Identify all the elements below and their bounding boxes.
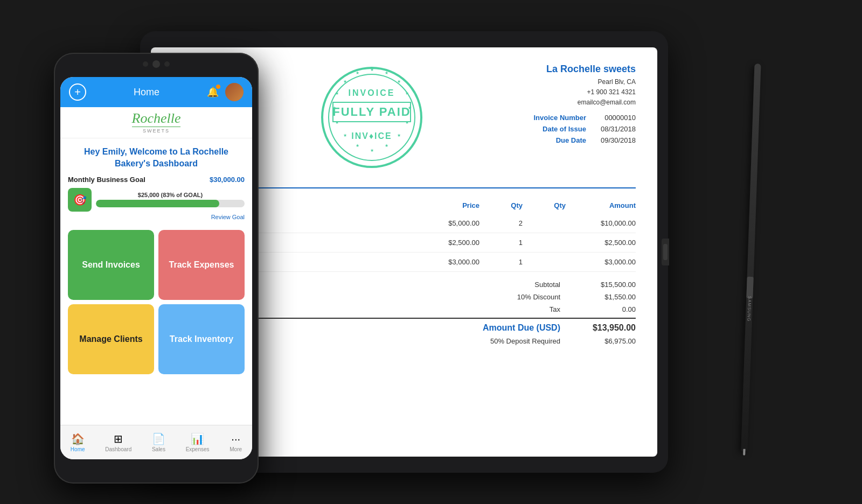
row2-price: $2,500.00	[409, 239, 479, 247]
company-address: Pearl Blv, CA	[517, 77, 636, 87]
amount-due-label: Amount Due (USD)	[474, 323, 560, 333]
avatar-image	[225, 83, 244, 101]
invoice-due-label: Due Date	[556, 136, 586, 144]
goal-bar-fill	[96, 200, 219, 207]
camera-dot-3	[164, 61, 170, 67]
review-goal-link[interactable]: Review Goal	[68, 214, 245, 220]
tax-value: 0.00	[571, 305, 636, 313]
svg-text:★: ★	[405, 91, 409, 96]
topbar-icons-right: 🔔	[207, 83, 244, 101]
home-label: Home	[134, 87, 159, 98]
goal-bar-background	[96, 200, 245, 207]
discount-value: $1,550.00	[571, 293, 636, 301]
svg-text:★: ★	[335, 91, 339, 96]
col-qty2-header: Qty	[523, 201, 566, 209]
row1-qty: 2	[479, 219, 523, 227]
deposit-value: $6,975.00	[571, 337, 636, 345]
row3-qty2	[523, 258, 566, 266]
goal-target: $30,000.00	[210, 176, 245, 184]
app-logo-area: Rochelle sweets	[60, 107, 252, 138]
goal-row: 🎯 $25,000 (83% of GOAL)	[68, 188, 245, 212]
svg-text:★: ★	[405, 120, 409, 125]
nav-sales-label: Sales	[152, 446, 165, 452]
row3-qty: 1	[479, 258, 523, 266]
col-amount-header: Amount	[566, 201, 636, 209]
manage-clients-button[interactable]: Manage Clients	[68, 304, 154, 374]
company-phone: +1 900 321 4321	[517, 87, 636, 97]
nav-expenses[interactable]: 📊 Expenses	[186, 432, 210, 452]
invoice-due-value: 09/30/2018	[593, 136, 636, 144]
svg-text:INVOICE: INVOICE	[349, 88, 395, 97]
company-name: La Rochelle sweets	[517, 64, 636, 75]
stylus: SAMSUNG	[741, 64, 761, 451]
nav-home-label: Home	[71, 446, 85, 452]
stylus-tip	[743, 449, 745, 456]
add-button[interactable]: +	[69, 83, 86, 101]
notification-dot	[216, 85, 220, 89]
stylus-button	[746, 277, 753, 298]
camera-dot-1	[143, 61, 148, 67]
bottom-navigation: 🏠 Home ⊞ Dashboard 📄 Sales 📊 Expenses ··…	[60, 425, 252, 459]
more-icon: ···	[231, 433, 240, 445]
row1-qty2	[523, 219, 566, 227]
svg-text:FULLY PAID: FULLY PAID	[332, 105, 411, 118]
send-invoices-button[interactable]: Send Invoices	[68, 230, 154, 300]
invoice-number-value: 00000010	[593, 114, 636, 122]
amount-due-value: $13,950.00	[571, 323, 636, 333]
discount-label: 10% Discount	[474, 293, 560, 301]
svg-text:★: ★	[385, 71, 388, 75]
goal-label: Monthly Business Goal	[68, 176, 145, 184]
sales-icon: 📄	[152, 432, 165, 445]
paid-stamp: ★ ★ ★ ★ ★ ★ ★ ★ ★ ★	[318, 64, 426, 171]
row3-amount: $3,000.00	[566, 258, 636, 266]
dashboard-icon: ⊞	[114, 432, 123, 445]
row2-qty2	[523, 239, 566, 247]
scene: Rochelle sweets	[54, 20, 808, 484]
notification-bell-icon[interactable]: 🔔	[207, 86, 219, 98]
svg-text:★: ★	[385, 143, 388, 148]
user-avatar[interactable]	[225, 83, 244, 101]
nav-more[interactable]: ··· More	[230, 433, 242, 452]
col-qty1-header: Qty	[479, 201, 523, 209]
phone-screen: + Home 🔔 Rochelle sweets	[60, 77, 252, 459]
company-info: La Rochelle sweets Pearl Blv, CA +1 900 …	[517, 64, 636, 148]
logo-script-phone: Rochelle	[132, 111, 181, 125]
nav-home[interactable]: 🏠 Home	[71, 432, 85, 452]
invoice-due-row: Due Date 09/30/2018	[517, 136, 636, 144]
svg-text:★: ★	[356, 143, 359, 148]
nav-expenses-label: Expenses	[186, 446, 210, 452]
nav-sales[interactable]: 📄 Sales	[152, 432, 165, 452]
invoice-number-label: Invoice Number	[533, 114, 586, 122]
subtotal-value: $15,500.00	[571, 281, 636, 289]
row1-amount: $10,000.00	[566, 219, 636, 227]
row2-qty: 1	[479, 239, 523, 247]
row2-amount: $2,500.00	[566, 239, 636, 247]
stylus-logo: SAMSUNG	[746, 296, 752, 322]
home-icon: 🏠	[71, 432, 85, 445]
col-price-header: Price	[409, 201, 479, 209]
nav-dashboard-label: Dashboard	[105, 446, 131, 452]
company-email: emailco@email.com	[517, 97, 636, 108]
tablet-side-button	[662, 239, 669, 265]
subtotal-label: Subtotal	[474, 281, 560, 289]
logo-sub-phone: sweets	[143, 128, 170, 134]
invoice-date-label: Date of Issue	[543, 125, 586, 133]
svg-text:★: ★	[356, 71, 359, 75]
expenses-icon: 📊	[191, 432, 204, 445]
nav-dashboard[interactable]: ⊞ Dashboard	[105, 432, 131, 452]
row3-price: $3,000.00	[409, 258, 479, 266]
track-expenses-button[interactable]: Track Expenses	[158, 230, 245, 300]
phone-topbar: + Home 🔔	[60, 77, 252, 107]
goal-progress: $25,000 (83% of GOAL)	[96, 192, 245, 207]
invoice-date-row: Date of Issue 08/31/2018	[517, 125, 636, 133]
camera-dot-2	[152, 60, 160, 68]
track-inventory-button[interactable]: Track Inventory	[158, 304, 245, 374]
svg-text:★: ★	[397, 79, 401, 84]
goal-header: Monthly Business Goal $30,000.00	[68, 176, 245, 184]
svg-text:★: ★	[343, 79, 347, 84]
goal-icon: 🎯	[68, 188, 92, 212]
welcome-text: Hey Emily, Welcome to La Rochelle Bakery…	[60, 138, 252, 176]
tax-label: Tax	[474, 305, 560, 313]
svg-text:★: ★	[343, 133, 347, 138]
invoice-number-row: Invoice Number 00000010	[517, 114, 636, 122]
